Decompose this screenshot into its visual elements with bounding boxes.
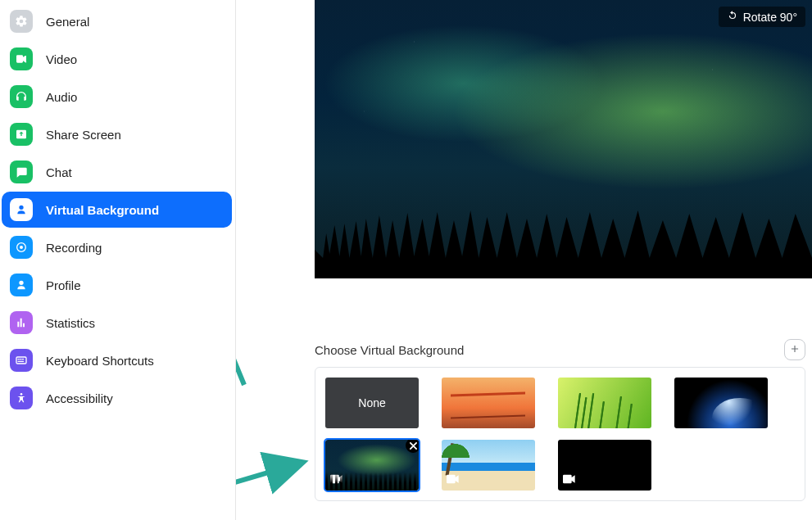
- sidebar-item-label: Statistics: [46, 316, 224, 330]
- sidebar-item-label: Accessibility: [46, 391, 224, 405]
- sidebar-item-label: Recording: [46, 241, 224, 255]
- sidebar-item-keyboard-shortcuts[interactable]: Keyboard Shortcuts: [2, 342, 232, 378]
- sidebar-item-label: Video: [46, 52, 224, 66]
- background-option-none[interactable]: None: [325, 378, 419, 428]
- background-thumbnails: None: [315, 367, 805, 501]
- video-icon: [10, 47, 33, 70]
- rotate-90-button[interactable]: Rotate 90°: [719, 7, 805, 27]
- background-option-beach[interactable]: [442, 440, 535, 491]
- svg-point-3: [20, 393, 23, 396]
- svg-line-5: [236, 463, 302, 504]
- add-background-button[interactable]: [784, 339, 805, 360]
- sidebar-item-statistics[interactable]: Statistics: [2, 305, 232, 341]
- svg-rect-2: [16, 357, 26, 364]
- sidebar-item-share-screen[interactable]: Share Screen: [2, 116, 232, 152]
- statistics-icon: [10, 311, 33, 334]
- gear-icon: [10, 10, 33, 33]
- sidebar-item-audio[interactable]: Audio: [2, 79, 232, 115]
- video-badge-icon: [447, 473, 460, 487]
- virtual-background-icon: [10, 198, 33, 221]
- background-preview: Rotate 90°: [315, 0, 812, 278]
- sidebar-item-general[interactable]: General: [2, 3, 232, 39]
- keyboard-icon: [10, 349, 33, 372]
- headphones-icon: [10, 85, 33, 108]
- svg-line-4: [236, 246, 244, 385]
- background-option-grass[interactable]: [558, 378, 651, 428]
- background-option-black[interactable]: [558, 440, 651, 491]
- sidebar-item-video[interactable]: Video: [2, 41, 232, 77]
- choose-background-title: Choose Virtual Background: [315, 343, 464, 357]
- sidebar-item-profile[interactable]: Profile: [2, 267, 232, 303]
- remove-background-button[interactable]: [406, 440, 419, 453]
- sidebar-item-virtual-background[interactable]: Virtual Background: [2, 192, 232, 228]
- video-badge-icon: [563, 473, 576, 487]
- choose-background-header: Choose Virtual Background: [315, 339, 805, 360]
- svg-point-1: [20, 246, 23, 249]
- preview-trees-silhouette: [315, 201, 812, 278]
- none-label: None: [358, 396, 385, 409]
- settings-sidebar: General Video Audio Share Screen Chat: [0, 0, 236, 520]
- recording-icon: [10, 236, 33, 259]
- background-option-bridge[interactable]: [442, 378, 535, 428]
- accessibility-icon: [10, 387, 33, 409]
- rotate-label: Rotate 90°: [743, 11, 797, 24]
- profile-icon: [10, 274, 33, 296]
- share-screen-icon: [10, 123, 33, 146]
- sidebar-item-label: Profile: [46, 278, 224, 292]
- background-option-aurora[interactable]: [325, 440, 419, 491]
- sidebar-item-label: Audio: [46, 90, 224, 104]
- sidebar-item-label: Virtual Background: [46, 203, 224, 217]
- sidebar-item-label: Keyboard Shortcuts: [46, 354, 224, 368]
- plus-icon: [789, 343, 801, 357]
- sidebar-item-label: Share Screen: [46, 128, 224, 142]
- sidebar-item-chat[interactable]: Chat: [2, 154, 232, 190]
- sidebar-item-label: Chat: [46, 165, 224, 179]
- sidebar-item-label: General: [46, 15, 224, 29]
- background-option-earth[interactable]: [674, 378, 768, 428]
- chat-icon: [10, 161, 33, 183]
- rotate-icon: [727, 10, 738, 24]
- video-badge-icon: [330, 473, 343, 487]
- main-panel: Rotate 90° Choose Virtual Background Non…: [236, 0, 812, 520]
- sidebar-item-accessibility[interactable]: Accessibility: [2, 380, 232, 416]
- sidebar-item-recording[interactable]: Recording: [2, 229, 232, 265]
